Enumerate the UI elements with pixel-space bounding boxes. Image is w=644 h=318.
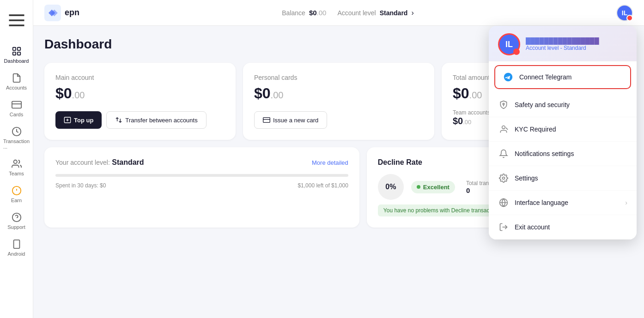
main-account-card: Main account $0.00 Top up (44, 63, 236, 140)
sidebar-item-label: Dashboard (4, 58, 29, 64)
avatar-badge (626, 15, 633, 21)
account-level-header: Your account level: Standard More detail… (55, 158, 348, 167)
sidebar-item-accounts[interactable]: Accounts (2, 69, 31, 94)
account-level-value: Standard (380, 9, 408, 17)
dropdown-user-name: ████████████████ (526, 37, 627, 45)
account-level-sub: Spent in 30 days: $0 $1,000 left of $1,0… (55, 182, 348, 189)
dropdown-item-kyc[interactable]: KYC Required (489, 117, 637, 142)
sidebar-item-earn[interactable]: Earn (2, 182, 31, 207)
decline-pct: 0% (378, 174, 404, 200)
logo: epn (44, 5, 79, 21)
dropdown-item-notifications[interactable]: Notifications settings (489, 142, 637, 166)
dropdown-item-settings[interactable]: Settings (489, 166, 637, 191)
telegram-icon (503, 72, 514, 83)
exit-item-label: Exit account (515, 223, 627, 231)
dropdown-item-language[interactable]: Interface language › (489, 191, 637, 215)
dropdown-item-telegram[interactable]: Connect Telegram (494, 65, 631, 89)
safety-item-label: Safety and security (515, 101, 627, 108)
card-icon (263, 116, 270, 124)
sidebar-item-dashboard[interactable]: Dashboard (2, 42, 31, 67)
sidebar-item-label: Transaction ... (3, 138, 30, 150)
dropdown-avatar-badge (513, 48, 520, 55)
transfer-button[interactable]: Transfer between accounts (106, 111, 206, 129)
epn-logo-icon (44, 5, 61, 21)
svg-line-26 (506, 128, 508, 130)
account-level-box: Your account level: Standard More detail… (44, 147, 359, 228)
svg-rect-4 (17, 48, 20, 50)
balance-value: $0.00 (309, 9, 327, 17)
svg-rect-16 (13, 240, 19, 248)
dropdown-account-level: Account level - Standard (526, 45, 627, 51)
svg-point-27 (503, 177, 505, 180)
sidebar-item-label: Support (7, 224, 25, 230)
account-level-title: Your account level: Standard (55, 158, 144, 167)
header: epn Balance $0.00 Account level Standard… (33, 0, 644, 26)
account-level-label: Account level (337, 9, 376, 17)
more-detailed-link[interactable]: More detailed (312, 159, 348, 166)
sidebar-item-label: Accounts (6, 85, 27, 90)
sidebar: Dashboard Accounts Cards Transaction ...… (0, 0, 33, 318)
svg-point-10 (13, 160, 17, 163)
personal-cards-title: Personal cards (254, 74, 423, 81)
sidebar-item-label: Earn (11, 198, 22, 203)
sidebar-item-label: Cards (10, 112, 23, 117)
svg-point-25 (502, 126, 505, 129)
svg-rect-6 (17, 52, 20, 55)
dropdown-user-info: ████████████████ Account level - Standar… (526, 37, 627, 51)
header-center: Balance $0.00 Account level Standard › (87, 9, 609, 17)
sidebar-item-android[interactable]: Android (2, 235, 31, 260)
kyc-item-label: KYC Required (515, 126, 627, 133)
sidebar-item-support[interactable]: Support (2, 209, 31, 234)
personal-cards-amount: $0.00 (254, 85, 423, 102)
hamburger-button[interactable] (2, 6, 31, 37)
topup-icon (64, 116, 71, 124)
main-account-actions: Top up Transfer between accounts (55, 111, 225, 129)
decline-title: Decline Rate (378, 158, 422, 167)
balance-label: Balance (282, 9, 305, 17)
dropdown-avatar: IL (498, 33, 520, 55)
issue-card-button[interactable]: Issue a new card (254, 111, 327, 129)
sidebar-item-transactions[interactable]: Transaction ... (2, 123, 31, 153)
language-chevron-icon: › (625, 199, 627, 206)
personal-cards-actions: Issue a new card (254, 111, 423, 129)
main-account-title: Main account (55, 74, 225, 81)
personal-cards-card: Personal cards $0.00 Issue a new card (243, 63, 434, 140)
language-item-label: Interface language (515, 199, 620, 206)
dropdown-item-exit[interactable]: Exit account (489, 215, 637, 240)
svg-rect-7 (12, 102, 21, 108)
svg-point-24 (503, 103, 504, 105)
sidebar-item-cards[interactable]: Cards (2, 96, 31, 121)
svg-rect-5 (12, 52, 15, 55)
avatar-button[interactable]: IL (616, 5, 633, 21)
sidebar-item-label: Teams (9, 171, 24, 176)
transfer-icon (115, 116, 122, 124)
telegram-item-label: Connect Telegram (519, 73, 623, 81)
language-icon (498, 197, 509, 208)
safety-icon (498, 99, 509, 110)
dropdown-header: IL ████████████████ Account level - Stan… (489, 26, 637, 61)
sidebar-item-label: Android (8, 251, 25, 257)
settings-icon (498, 173, 509, 184)
svg-rect-22 (263, 118, 270, 123)
settings-item-label: Settings (515, 174, 627, 182)
header-right: IL (616, 5, 633, 21)
notifications-icon (498, 148, 509, 159)
kyc-icon (498, 124, 509, 135)
progress-bar-bg (55, 174, 348, 177)
notifications-item-label: Notifications settings (515, 150, 627, 157)
header-chevron[interactable]: › (411, 9, 413, 17)
decline-right: Excellent (411, 181, 455, 193)
sidebar-item-teams[interactable]: Teams (2, 155, 31, 180)
exit-icon (498, 222, 509, 233)
excellent-badge: Excellent (411, 181, 455, 193)
dropdown-item-safety[interactable]: Safety and security (489, 93, 637, 117)
logo-text: epn (65, 8, 79, 18)
main-account-amount: $0.00 (55, 85, 225, 102)
excellent-dot (417, 185, 420, 189)
svg-rect-3 (12, 48, 15, 50)
dropdown-menu: IL ████████████████ Account level - Stan… (489, 26, 637, 240)
topup-button[interactable]: Top up (55, 111, 102, 129)
